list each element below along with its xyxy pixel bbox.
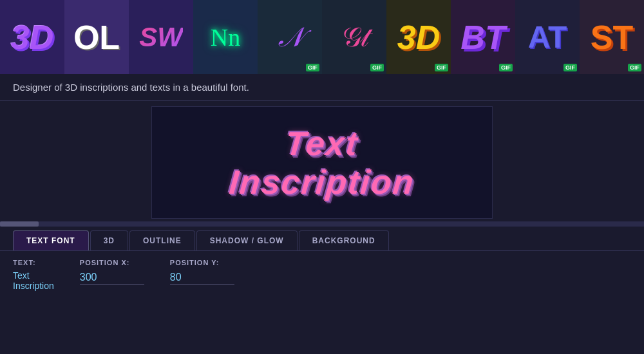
gallery-item-3d2[interactable]: 3D GIF xyxy=(386,0,451,74)
canvas-line2: Inscription xyxy=(227,163,416,201)
canvas-line1: Text xyxy=(227,124,416,163)
gallery-item-gt[interactable]: 𝒢𝓉 GIF xyxy=(322,0,386,74)
tab-outline[interactable]: OUTLINE xyxy=(129,230,195,250)
scrollbar-thumb[interactable] xyxy=(0,221,39,227)
tab-text-font[interactable]: TEXT FONT xyxy=(13,230,89,250)
gif-badge: GIF xyxy=(564,64,577,71)
gif-badge: GIF xyxy=(628,64,641,71)
gallery-preview-text: AT xyxy=(528,19,567,55)
canvas-text: Text Inscription xyxy=(229,124,415,201)
position-x-label: POSITION X: xyxy=(80,259,144,266)
gallery-item-st[interactable]: ST GIF xyxy=(580,0,644,74)
gallery-item-bt[interactable]: BT GIF xyxy=(451,0,515,74)
canvas-container: Text Inscription xyxy=(151,106,493,219)
gallery-preview-text: BT xyxy=(460,18,505,57)
text-label: TEXT: xyxy=(13,259,54,266)
position-x-group: POSITION X: xyxy=(80,259,144,285)
gallery-preview-text: OL xyxy=(73,18,120,57)
tabs-container: TEXT FONT 3D OUTLINE SHADOW / GLOW BACKG… xyxy=(0,230,644,251)
gallery-preview-text: SW xyxy=(139,22,183,53)
tab-background[interactable]: BACKGROUND xyxy=(299,230,389,250)
gallery-preview-text: 𝒢𝓉 xyxy=(341,22,368,53)
gallery-item-ol[interactable]: OL xyxy=(64,0,129,74)
style-gallery: 3D OL SW Nn 𝒩 GIF 𝒢𝓉 GIF 3D GIF BT GIF A… xyxy=(0,0,644,74)
gif-badge: GIF xyxy=(435,64,448,71)
gallery-item-at[interactable]: AT GIF xyxy=(515,0,580,74)
position-group: POSITION X: POSITION Y: xyxy=(80,259,234,285)
gif-badge: GIF xyxy=(370,64,384,71)
position-y-input[interactable] xyxy=(170,270,234,285)
text-input-area: Text Inscription xyxy=(13,270,54,291)
gallery-preview-text: Nn xyxy=(211,23,240,51)
text-value-line1: Text xyxy=(13,270,54,281)
tab-shadow-glow[interactable]: SHADOW / GLOW xyxy=(196,230,298,250)
horizontal-scrollbar[interactable] xyxy=(0,221,644,227)
gallery-item-n[interactable]: 𝒩 GIF xyxy=(258,0,322,74)
gallery-item-sw[interactable]: SW xyxy=(129,0,193,74)
position-x-input[interactable] xyxy=(80,270,144,285)
position-y-group: POSITION Y: xyxy=(170,259,234,285)
gallery-preview-text: 3D xyxy=(11,18,53,57)
description: Designer of 3D inscriptions and texts in… xyxy=(0,74,644,101)
text-value-line2: Inscription xyxy=(13,281,54,291)
position-y-label: POSITION Y: xyxy=(170,259,234,266)
gif-badge: GIF xyxy=(499,64,513,71)
gallery-preview-text: ST xyxy=(591,18,633,57)
gallery-item-nn[interactable]: Nn xyxy=(193,0,258,74)
controls-area: TEXT: Text Inscription POSITION X: POSIT… xyxy=(0,251,644,299)
gallery-item-3d[interactable]: 3D xyxy=(0,0,64,74)
gallery-preview-text: 𝒩 xyxy=(279,22,301,53)
gallery-preview-text: 3D xyxy=(397,18,440,57)
gif-badge: GIF xyxy=(306,64,319,71)
tab-3d[interactable]: 3D xyxy=(90,230,128,250)
text-control-group: TEXT: Text Inscription xyxy=(13,259,54,291)
canvas-area: Text Inscription xyxy=(0,106,644,219)
